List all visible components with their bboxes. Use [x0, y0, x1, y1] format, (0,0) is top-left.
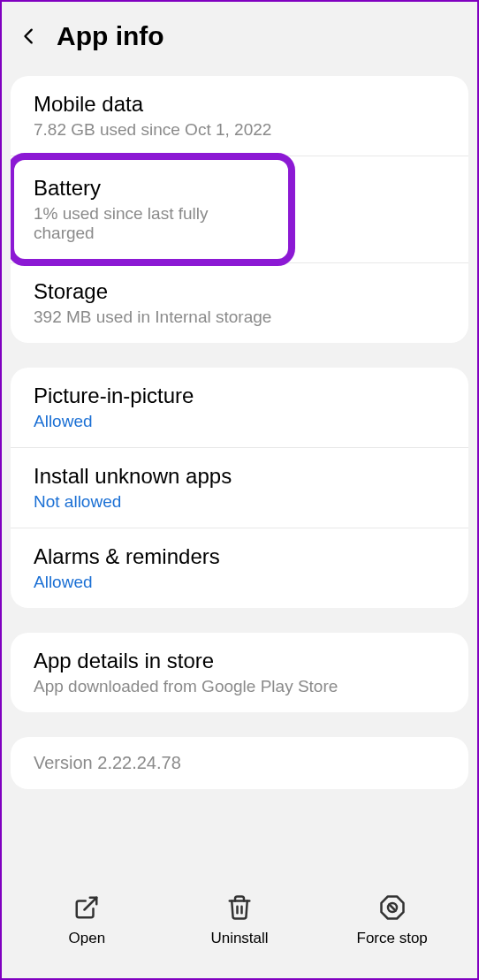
item-subtitle: App downloaded from Google Play Store	[34, 677, 445, 696]
force-stop-label: Force stop	[357, 930, 428, 947]
stop-icon	[379, 894, 406, 921]
section-version: Version 2.22.24.78	[11, 737, 468, 789]
item-mobile-data[interactable]: Mobile data 7.82 GB used since Oct 1, 20…	[11, 76, 468, 156]
item-subtitle: Not allowed	[34, 492, 445, 512]
open-icon	[73, 894, 100, 921]
item-store-details[interactable]: App details in store App downloaded from…	[11, 633, 468, 712]
battery-highlight: Battery 1% used since last fully charged	[11, 153, 295, 266]
force-stop-button[interactable]: Force stop	[316, 894, 468, 947]
svg-line-0	[85, 898, 97, 910]
item-version: Version 2.22.24.78	[11, 737, 468, 789]
item-title: App details in store	[34, 649, 445, 673]
item-title: Battery	[34, 176, 269, 201]
item-pip[interactable]: Picture-in-picture Allowed	[11, 368, 468, 448]
page-title: App info	[57, 21, 164, 51]
item-subtitle: 392 MB used in Internal storage	[34, 308, 445, 327]
item-title: Storage	[34, 279, 445, 304]
item-storage[interactable]: Storage 392 MB used in Internal storage	[11, 263, 468, 343]
item-unknown-apps[interactable]: Install unknown apps Not allowed	[11, 448, 468, 528]
header: App info	[2, 2, 477, 76]
item-subtitle: 1% used since last fully charged	[34, 204, 269, 243]
trash-icon	[226, 894, 253, 921]
section-permissions: Picture-in-picture Allowed Install unkno…	[11, 368, 468, 608]
item-subtitle: Allowed	[34, 412, 445, 431]
uninstall-label: Uninstall	[210, 930, 268, 947]
uninstall-button[interactable]: Uninstall	[163, 894, 316, 947]
version-text: Version 2.22.24.78	[34, 753, 445, 773]
item-subtitle: Allowed	[34, 573, 445, 592]
open-button[interactable]: Open	[11, 894, 163, 947]
item-title: Mobile data	[34, 92, 445, 117]
item-title: Picture-in-picture	[34, 384, 445, 408]
item-battery[interactable]: Battery 1% used since last fully charged	[11, 153, 468, 263]
item-subtitle: 7.82 GB used since Oct 1, 2022	[34, 120, 445, 140]
item-alarms[interactable]: Alarms & reminders Allowed	[11, 528, 468, 608]
item-title: Install unknown apps	[34, 464, 445, 489]
footer-toolbar: Open Uninstall Force stop	[2, 872, 477, 978]
svg-line-5	[389, 905, 395, 911]
item-title: Alarms & reminders	[34, 544, 445, 569]
back-icon[interactable]	[19, 27, 39, 46]
section-store: App details in store App downloaded from…	[11, 633, 468, 712]
section-usage: Mobile data 7.82 GB used since Oct 1, 20…	[11, 76, 468, 343]
open-label: Open	[69, 930, 106, 947]
